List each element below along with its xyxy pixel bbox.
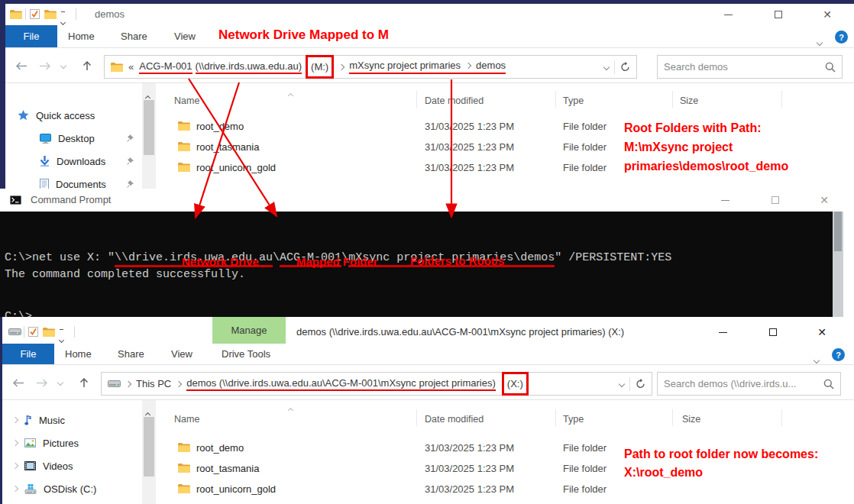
address-history-chevron[interactable]: [603, 63, 610, 69]
breadcrumb-chevron[interactable]: [125, 380, 131, 386]
breadcrumb-chevron[interactable]: [465, 62, 471, 68]
file-name: root_demo: [196, 442, 244, 454]
manage-contextual-tab[interactable]: Manage: [212, 317, 286, 344]
folder-icon: [178, 121, 190, 131]
forward-button[interactable]: [35, 56, 55, 76]
help-icon[interactable]: ?: [835, 31, 848, 44]
drive-icon: [8, 328, 21, 335]
quick-access-folder-icon[interactable]: [44, 10, 57, 19]
column-divider[interactable]: [555, 91, 556, 108]
minimize-button[interactable]: [711, 192, 739, 208]
maximize-button[interactable]: [765, 6, 792, 23]
search-icon[interactable]: [823, 379, 834, 389]
maximize-button[interactable]: [759, 324, 787, 341]
column-header-name[interactable]: Name: [174, 414, 199, 425]
tab-share[interactable]: Share: [118, 344, 144, 364]
breadcrumb-mapped-path[interactable]: demos (\\drive.irds.uwa.edu.au\ACG-M-001…: [186, 377, 496, 391]
file-row-root-unicorn-gold[interactable]: root_unicorn_gold 31/03/2025 1:23 PM Fil…: [2, 480, 845, 500]
breadcrumb-folder-current[interactable]: demos: [476, 60, 506, 71]
maximize-button[interactable]: [762, 192, 789, 208]
breadcrumb-chevron[interactable]: [338, 63, 345, 69]
file-row-root-tasmania[interactable]: root_tasmania 31/03/2025 1:23 PM File fo…: [2, 459, 845, 480]
console-scrollbar[interactable]: [833, 212, 843, 317]
tab-drive-tools[interactable]: Drive Tools: [222, 344, 270, 364]
close-button[interactable]: ✕: [808, 324, 836, 341]
ribbon-expand-chevron[interactable]: [817, 34, 822, 48]
breadcrumb-overflow[interactable]: «: [128, 61, 134, 73]
qat-customize-button[interactable]: [60, 329, 63, 345]
quick-access-check-icon[interactable]: [28, 327, 38, 337]
ribbon-tabs: File Home Share View ?: [5, 25, 854, 48]
refresh-icon[interactable]: [620, 62, 630, 72]
column-divider[interactable]: [672, 91, 673, 108]
file-row-root-demo[interactable]: root_demo 31/03/2025 1:23 PM File folder: [2, 438, 845, 459]
tab-file[interactable]: File: [5, 25, 57, 47]
quick-access-check-icon[interactable]: [30, 9, 40, 19]
column-header-size[interactable]: Size: [682, 414, 700, 425]
tab-home[interactable]: Home: [65, 344, 92, 364]
scrollbar-thumb[interactable]: [834, 212, 842, 251]
up-button[interactable]: [77, 56, 97, 76]
column-header-type[interactable]: Type: [563, 95, 584, 106]
minimize-button[interactable]: [709, 324, 736, 341]
breadcrumb-drive[interactable]: ACG-M-001 (\\drive.irds.uwa.edu.au) (M:): [139, 55, 334, 79]
column-divider[interactable]: [416, 409, 417, 426]
file-row-root-demo[interactable]: root_demo 31/03/2025 1:23 PM File folder: [5, 117, 845, 137]
search-box[interactable]: Search demos (\\drive.irds.u...: [657, 372, 841, 396]
crumb-server-name: (\\drive.irds.uwa.edu.au): [196, 60, 302, 74]
search-icon[interactable]: [825, 62, 836, 73]
tab-view[interactable]: View: [174, 25, 196, 47]
column-header-size[interactable]: Size: [680, 95, 698, 106]
ribbon-expand-chevron[interactable]: [814, 352, 819, 366]
file-row-root-unicorn-gold[interactable]: root_unicorn_gold 31/03/2025 1:23 PM Fil…: [5, 158, 845, 179]
address-bar[interactable]: This PC demos (\\drive.irds.uwa.edu.au\A…: [101, 372, 652, 396]
divider: [74, 326, 75, 338]
minimize-button[interactable]: [714, 6, 742, 23]
recent-locations-chevron[interactable]: [54, 373, 66, 393]
column-header-type[interactable]: Type: [563, 414, 584, 425]
expand-chevron[interactable]: [12, 417, 18, 423]
annotation-underline-network-drive: \\drive.irds.uwa.edu.au: [115, 251, 273, 267]
column-divider[interactable]: [555, 409, 556, 426]
folder-icon: [178, 443, 190, 452]
column-divider[interactable]: [416, 91, 417, 108]
column-divider[interactable]: [672, 409, 673, 426]
breadcrumb-folder[interactable]: mXsync project primaries: [349, 60, 461, 71]
sidebar-item-music[interactable]: Music: [13, 412, 65, 428]
column-divider[interactable]: [781, 409, 782, 426]
address-bar[interactable]: « ACG-M-001 (\\drive.irds.uwa.edu.au) (M…: [104, 55, 637, 79]
quick-access-folder-icon[interactable]: [43, 328, 55, 337]
file-row-root-tasmania[interactable]: root_tasmania 31/03/2025 1:23 PM File fo…: [5, 137, 845, 158]
refresh-icon[interactable]: [636, 379, 645, 389]
forward-button[interactable]: [32, 373, 52, 393]
recent-locations-chevron[interactable]: [57, 56, 70, 76]
column-header-date-modified[interactable]: Date modified: [425, 95, 484, 106]
column-header-date-modified[interactable]: Date modified: [425, 414, 484, 425]
address-history-chevron[interactable]: [619, 380, 625, 386]
close-button[interactable]: ✕: [814, 6, 841, 23]
tab-home[interactable]: Home: [68, 25, 95, 47]
search-box[interactable]: Search demos: [657, 55, 843, 79]
column-divider[interactable]: [781, 91, 782, 108]
back-button[interactable]: [11, 56, 31, 76]
file-type: File folder: [563, 162, 607, 173]
up-button[interactable]: [74, 373, 94, 393]
crumb-share-name: ACG-M-001: [139, 60, 192, 74]
divider: [76, 8, 76, 20]
folder-icon: [178, 484, 190, 493]
file-type: File folder: [563, 463, 607, 474]
tab-file[interactable]: File: [2, 344, 54, 364]
back-button[interactable]: [8, 373, 28, 393]
breadcrumb-chevron[interactable]: [176, 380, 182, 386]
column-header-name[interactable]: Name: [174, 95, 199, 106]
window-title: demos: [95, 8, 125, 20]
help-icon[interactable]: ?: [832, 348, 845, 361]
breadcrumb-underlined-group: mXsync project primaries demos: [349, 60, 506, 74]
breadcrumb-this-pc[interactable]: This PC: [136, 378, 171, 389]
tab-view[interactable]: View: [171, 344, 192, 364]
sort-ascending-chevron: [289, 402, 293, 415]
tab-share[interactable]: Share: [121, 25, 147, 47]
file-type: File folder: [563, 141, 607, 153]
window-title: Command Prompt: [31, 194, 111, 205]
close-button[interactable]: ✕: [810, 192, 838, 208]
